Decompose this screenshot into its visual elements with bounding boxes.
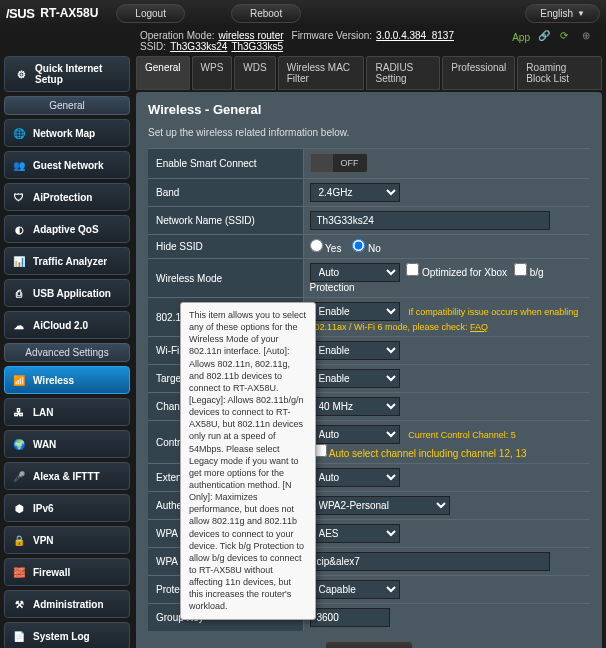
section-advanced: Advanced Settings [4, 343, 130, 362]
hide-yes[interactable]: Yes [310, 243, 342, 254]
row-band-label: Band [148, 179, 303, 207]
nav-ipv6[interactable]: ⬢IPv6 [4, 494, 130, 522]
chevron-down-icon: ▼ [577, 9, 585, 18]
panel-title: Wireless - General [148, 102, 590, 117]
smart-connect-toggle[interactable]: OFF [310, 153, 368, 173]
shield-icon: 🛡 [11, 189, 27, 205]
nav-wan[interactable]: 🌍WAN [4, 430, 130, 458]
content-area: General WPS WDS Wireless MAC Filter RADI… [136, 56, 602, 648]
row-mode-label: Wireless Mode [148, 259, 303, 298]
brand-logo: /SUS [6, 6, 34, 21]
twt-select[interactable]: Enable [310, 369, 400, 388]
nav-alexa[interactable]: 🎤Alexa & IFTTT [4, 462, 130, 490]
psk-input[interactable] [310, 552, 550, 571]
apply-button[interactable]: Apply [325, 641, 414, 648]
section-general: General [4, 96, 130, 115]
mic-icon: 🎤 [11, 468, 27, 484]
tab-professional[interactable]: Professional [442, 56, 515, 90]
chart-icon: 📊 [11, 253, 27, 269]
hide-no[interactable]: No [352, 243, 381, 254]
wireless-mode-select[interactable]: Auto [310, 263, 400, 282]
fw-link[interactable]: 3.0.0.4.384_8137 [376, 30, 454, 41]
wireless-mode-tooltip: This item allows you to select any of th… [180, 302, 316, 620]
ext-channel-select[interactable]: Auto [310, 468, 400, 487]
row-smart-connect-label: Enable Smart Connect [148, 149, 303, 179]
firewall-icon: 🧱 [11, 564, 27, 580]
pmf-select[interactable]: Capable [310, 580, 400, 599]
language-select[interactable]: English▼ [525, 4, 600, 23]
ssid2-link[interactable]: Th3G33ks5 [231, 41, 283, 52]
row-ssid-label: Network Name (SSID) [148, 207, 303, 235]
ssid-input[interactable] [310, 211, 550, 230]
nav-usb-application[interactable]: ⎙USB Application [4, 279, 130, 307]
cloud-icon: ☁ [11, 317, 27, 333]
nav-wireless[interactable]: 📶Wireless [4, 366, 130, 394]
ssid-label: SSID: [140, 41, 166, 52]
globe-icon: 🌐 [11, 125, 27, 141]
quick-internet-setup[interactable]: ⚙ Quick Internet Setup [4, 56, 130, 92]
lan-icon: 🖧 [11, 404, 27, 420]
op-mode-link[interactable]: wireless router [219, 30, 284, 41]
info-bar: Operation Mode: wireless router Firmware… [0, 26, 606, 56]
nav-aiprotection[interactable]: 🛡AiProtection [4, 183, 130, 211]
nav-network-map[interactable]: 🌐Network Map [4, 119, 130, 147]
nav-traffic-analyzer[interactable]: 📊Traffic Analyzer [4, 247, 130, 275]
auto-channel-checkbox[interactable]: Auto select channel including channel 12… [314, 448, 527, 459]
nav-system-log[interactable]: 📄System Log [4, 622, 130, 648]
tab-general[interactable]: General [136, 56, 190, 90]
ax-faq-link[interactable]: FAQ [470, 322, 488, 332]
nav-guest-network[interactable]: 👥Guest Network [4, 151, 130, 179]
tab-mac-filter[interactable]: Wireless MAC Filter [278, 56, 365, 90]
fw-label: Firmware Version: [292, 30, 373, 41]
channel-bw-select[interactable]: 40 MHz [310, 397, 400, 416]
ctrl-hint: Current Control Channel: 5 [408, 430, 516, 440]
tab-wps[interactable]: WPS [192, 56, 233, 90]
band-select[interactable]: 2.4GHz [310, 183, 400, 202]
gauge-icon: ◐ [11, 221, 27, 237]
tab-wds[interactable]: WDS [234, 56, 275, 90]
admin-icon: ⚒ [11, 596, 27, 612]
app-link[interactable]: App [512, 32, 530, 43]
top-bar: /SUS RT-AX58U Logout Reboot English▼ [0, 0, 606, 26]
wifi-icon: 📶 [11, 372, 27, 388]
group-key-input[interactable] [310, 608, 390, 627]
tab-bar: General WPS WDS Wireless MAC Filter RADI… [136, 56, 602, 90]
agile-select[interactable]: Enable [310, 341, 400, 360]
auth-select[interactable]: WPA2-Personal [310, 496, 450, 515]
log-icon: 📄 [11, 628, 27, 644]
nav-firewall[interactable]: 🧱Firewall [4, 558, 130, 586]
nav-adaptive-qos[interactable]: ◐Adaptive QoS [4, 215, 130, 243]
lock-icon: 🔒 [11, 532, 27, 548]
nav-administration[interactable]: ⚒Administration [4, 590, 130, 618]
ssid1-link[interactable]: Th3G33ks24 [170, 41, 227, 52]
ipv6-icon: ⬢ [11, 500, 27, 516]
people-icon: 👥 [11, 157, 27, 173]
op-mode-label: Operation Mode: [140, 30, 215, 41]
nav-vpn[interactable]: 🔒VPN [4, 526, 130, 554]
link-icon[interactable]: 🔗 [538, 30, 552, 44]
gear-icon: ⚙ [13, 66, 29, 82]
row-hide-label: Hide SSID [148, 235, 303, 259]
nav-lan[interactable]: 🖧LAN [4, 398, 130, 426]
control-channel-select[interactable]: Auto [310, 425, 400, 444]
tab-roaming[interactable]: Roaming Block List [517, 56, 602, 90]
xbox-checkbox[interactable]: Optimized for Xbox [406, 267, 507, 278]
panel-desc: Set up the wireless related information … [148, 127, 590, 138]
nav-aicloud[interactable]: ☁AiCloud 2.0 [4, 311, 130, 339]
sidebar: ⚙ Quick Internet Setup General 🌐Network … [4, 56, 130, 648]
logout-button[interactable]: Logout [116, 4, 185, 23]
usb-icon: ⎙ [11, 285, 27, 301]
model-label: RT-AX58U [40, 6, 98, 20]
encryption-select[interactable]: AES [310, 524, 400, 543]
wan-icon: 🌍 [11, 436, 27, 452]
tab-radius[interactable]: RADIUS Setting [366, 56, 440, 90]
refresh-icon[interactable]: ⟳ [560, 30, 574, 44]
ax-select[interactable]: Enable [310, 302, 400, 321]
usb-icon[interactable]: ⊕ [582, 30, 596, 44]
reboot-button[interactable]: Reboot [231, 4, 301, 23]
